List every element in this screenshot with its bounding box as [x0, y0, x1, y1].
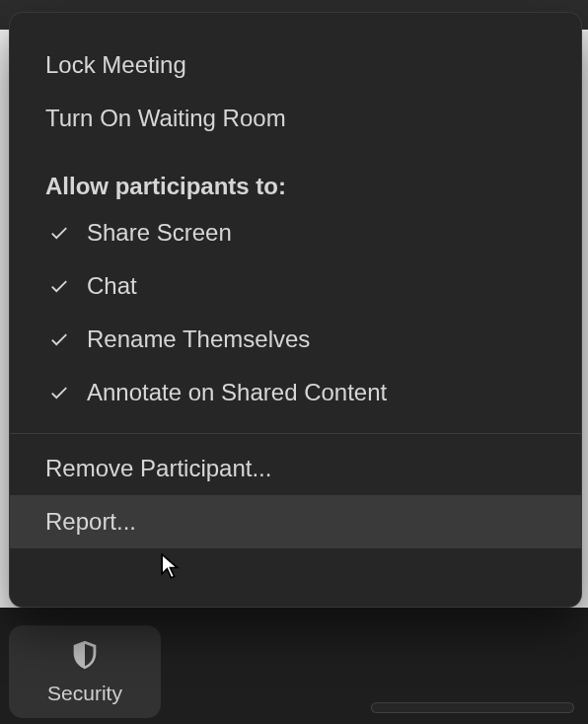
- menu-heading-allow-participants: Allow participants to:: [10, 163, 581, 206]
- menu-item-label: Lock Meeting: [45, 49, 186, 81]
- menu-item-lock-meeting[interactable]: Lock Meeting: [10, 38, 581, 92]
- menu-item-label: Annotate on Shared Content: [87, 377, 387, 408]
- menu-item-label: Turn On Waiting Room: [45, 103, 286, 134]
- menu-option-rename[interactable]: Rename Themselves: [10, 313, 581, 366]
- menu-option-share-screen[interactable]: Share Screen: [10, 206, 581, 259]
- check-icon: [45, 275, 73, 297]
- bottom-slider-track[interactable]: [371, 702, 574, 713]
- menu-option-annotate[interactable]: Annotate on Shared Content: [10, 366, 581, 419]
- menu-item-label: Share Screen: [87, 217, 232, 249]
- menu-option-chat[interactable]: Chat: [10, 259, 581, 313]
- security-toolbar-button[interactable]: Security: [9, 625, 161, 718]
- menu-item-report[interactable]: Report...: [10, 495, 581, 548]
- menu-item-label: Chat: [87, 270, 137, 302]
- check-icon: [45, 382, 73, 403]
- check-icon: [45, 222, 73, 244]
- menu-item-label: Rename Themselves: [87, 324, 310, 355]
- security-toolbar-label: Security: [47, 682, 122, 705]
- check-icon: [45, 328, 73, 350]
- menu-item-waiting-room[interactable]: Turn On Waiting Room: [10, 92, 581, 145]
- menu-separator: [10, 433, 581, 434]
- menu-item-label: Remove Participant...: [45, 453, 271, 484]
- menu-item-remove-participant[interactable]: Remove Participant...: [10, 442, 581, 495]
- security-menu: Lock Meeting Turn On Waiting Room Allow …: [9, 12, 582, 608]
- shield-icon: [68, 638, 102, 676]
- menu-item-label: Report...: [45, 506, 136, 538]
